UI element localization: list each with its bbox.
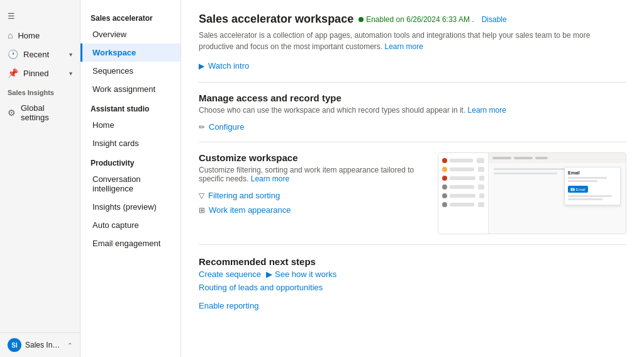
workspace-preview: Email 📧 Email xyxy=(438,152,626,234)
nav-item-global-settings-label: Global settings xyxy=(21,103,72,122)
divider xyxy=(199,82,626,82)
gear-icon: ⚙ xyxy=(8,108,16,118)
see-how-it-works-link[interactable]: ▶ See how it works xyxy=(266,269,336,279)
create-sequence-label: Create sequence xyxy=(199,269,261,279)
routing-leads-label: Routing of leads and opportunities xyxy=(199,283,323,292)
nav-item-home-label: Home xyxy=(18,31,40,40)
divider-2 xyxy=(199,142,626,142)
chevron-down-icon: ▾ xyxy=(69,70,72,77)
sidebar-item-work-assignment[interactable]: Work assignment xyxy=(80,80,180,98)
manage-access-learn-more-link[interactable]: Learn more xyxy=(468,106,506,115)
work-item-appearance-link[interactable]: ⊞ Work item appearance xyxy=(199,205,428,215)
create-sequence-link[interactable]: Create sequence xyxy=(199,269,261,279)
preview-email-button: 📧 Email xyxy=(568,186,588,193)
preview-email-card-title: Email xyxy=(568,171,617,175)
page-header: Sales accelerator workspace Enabled on 6… xyxy=(199,13,626,26)
description-learn-more-link[interactable]: Learn more xyxy=(385,42,423,51)
customize-workspace-description: Customize filtering, sorting and work it… xyxy=(199,166,428,183)
configure-label: Configure xyxy=(209,122,244,132)
sidebar-item-assistant-home[interactable]: Home xyxy=(80,116,180,134)
preview-list-item xyxy=(442,184,484,190)
page-title: Sales accelerator workspace xyxy=(199,13,353,26)
recommended-next-steps-title: Recommended next steps xyxy=(199,256,626,267)
main-content: Sales accelerator workspace Enabled on 6… xyxy=(181,0,644,357)
assistant-studio-header: Assistant studio xyxy=(80,98,180,116)
grid-icon: ⊞ xyxy=(199,206,205,215)
status-badge: Enabled on 6/26/2024 6:33 AM . xyxy=(358,15,474,24)
preview-list-item xyxy=(442,193,484,198)
nav-bottom-label: Sales Insights sett... xyxy=(25,341,62,349)
preview-detail-panel: Email 📧 Email xyxy=(489,153,626,234)
configure-link[interactable]: ✏ Configure xyxy=(199,122,626,132)
disable-link[interactable]: Disable xyxy=(482,15,507,24)
nav-item-recent-label: Recent xyxy=(23,50,49,59)
status-text: Enabled on 6/26/2024 6:33 AM . xyxy=(366,15,474,24)
preview-list-item xyxy=(442,202,484,207)
customize-workspace-section: Customize workspace Customize filtering,… xyxy=(199,152,626,234)
preview-list-panel xyxy=(438,153,489,234)
filter-icon: ▽ xyxy=(199,191,204,200)
left-navigation: ☰ ⌂ Home 🕐 Recent ▾ 📌 Pinned ▾ Sales Ins… xyxy=(0,0,80,357)
divider-3 xyxy=(199,244,626,245)
filtering-sorting-link[interactable]: ▽ Filtering and sorting xyxy=(199,191,428,200)
sidebar-item-workspace[interactable]: Workspace xyxy=(80,43,180,62)
manage-access-title: Manage access and record type xyxy=(199,93,626,103)
sales-insights-section-label: Sales Insights xyxy=(0,82,80,99)
work-item-appearance-label: Work item appearance xyxy=(209,205,291,215)
recommended-links-list: Create sequence ▶ See how it works Routi… xyxy=(199,269,626,315)
pencil-icon: ✏ xyxy=(199,123,205,132)
page-description: Sales accelerator is a collection of app… xyxy=(199,30,626,52)
routing-leads-link[interactable]: Routing of leads and opportunities xyxy=(199,283,626,292)
recommended-next-steps-section: Recommended next steps Create sequence ▶… xyxy=(199,256,626,315)
preview-top-bar xyxy=(489,153,626,163)
nav-bottom-user[interactable]: SI Sales Insights sett... ⌃ xyxy=(0,332,80,357)
sidebar-item-conversation-intelligence[interactable]: Conversation intelligence xyxy=(80,170,180,198)
manage-access-description: Choose who can use the workspace and whi… xyxy=(199,106,626,115)
customize-workspace-title: Customize workspace xyxy=(199,152,428,163)
chevron-down-icon: ▾ xyxy=(69,51,72,58)
recent-icon: 🕐 xyxy=(8,49,18,59)
preview-list-item xyxy=(442,176,484,181)
nav-item-global-settings[interactable]: ⚙ Global settings xyxy=(0,99,80,127)
enable-reporting-link[interactable]: Enable reporting xyxy=(199,301,626,310)
preview-list-item xyxy=(442,158,484,163)
see-how-label: See how it works xyxy=(275,269,336,279)
preview-list-item xyxy=(442,167,484,172)
watch-intro-label: Watch intro xyxy=(208,61,249,71)
avatar: SI xyxy=(8,338,21,352)
sidebar-item-sequences[interactable]: Sequences xyxy=(80,62,180,80)
recommended-link-row-0: Create sequence ▶ See how it works xyxy=(199,269,626,279)
preview-email-lines xyxy=(568,195,617,200)
watch-intro-button[interactable]: ▶ Watch intro xyxy=(199,61,626,71)
customize-learn-more-link[interactable]: Learn more xyxy=(251,174,289,183)
hamburger-menu[interactable]: ☰ xyxy=(0,6,80,26)
status-dot-icon xyxy=(358,17,364,22)
home-icon: ⌂ xyxy=(8,30,13,40)
nav-item-recent[interactable]: 🕐 Recent ▾ xyxy=(0,45,80,64)
sales-accelerator-header: Sales accelerator xyxy=(80,8,180,25)
enable-reporting-label: Enable reporting xyxy=(199,301,258,310)
pin-icon: 📌 xyxy=(8,68,18,78)
middle-sidebar: Sales accelerator Overview Workspace Seq… xyxy=(80,0,181,357)
sidebar-item-auto-capture[interactable]: Auto capture xyxy=(80,216,180,234)
chevron-up-icon: ⌃ xyxy=(67,342,72,349)
play-icon: ▶ xyxy=(199,62,204,71)
sidebar-item-overview[interactable]: Overview xyxy=(80,25,180,43)
sidebar-item-insights-preview[interactable]: Insights (preview) xyxy=(80,198,180,216)
nav-item-pinned-label: Pinned xyxy=(23,69,48,78)
manage-access-section: Manage access and record type Choose who… xyxy=(199,93,626,132)
customize-workspace-left: Customize workspace Customize filtering,… xyxy=(199,152,428,234)
play-small-icon: ▶ xyxy=(266,269,272,279)
sidebar-item-insight-cards[interactable]: Insight cards xyxy=(80,134,180,152)
sidebar-item-email-engagement[interactable]: Email engagement xyxy=(80,234,180,252)
filtering-sorting-label: Filtering and sorting xyxy=(208,191,280,200)
nav-item-home[interactable]: ⌂ Home xyxy=(0,26,80,45)
productivity-header: Productivity xyxy=(80,152,180,170)
nav-item-pinned[interactable]: 📌 Pinned ▾ xyxy=(0,64,80,82)
preview-email-card: Email 📧 Email xyxy=(564,167,621,205)
